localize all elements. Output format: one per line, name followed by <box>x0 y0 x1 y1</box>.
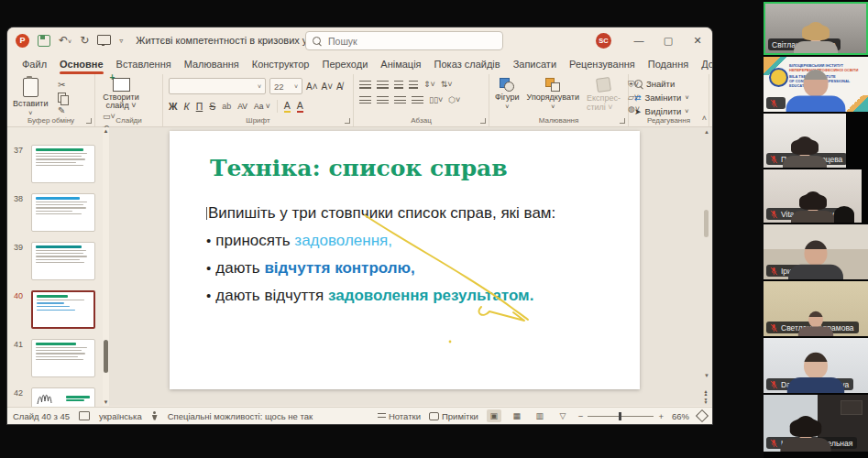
align-center-button[interactable] <box>377 96 389 104</box>
tab-home[interactable]: Основне <box>53 56 110 72</box>
slide-scrollbar[interactable]: ▲ ▼ ▲▲ ▼▼ <box>703 127 710 406</box>
dialog-launcher-icon[interactable] <box>345 118 350 124</box>
shapes-button[interactable]: Фігури˅ <box>495 78 520 110</box>
participant-video-7[interactable]: Daria Parshyntseva <box>764 338 868 393</box>
quick-styles-button[interactable]: Експрес- стилі ˅ <box>587 78 621 112</box>
strikethrough-button[interactable]: S <box>209 101 215 112</box>
text-direction-icon[interactable]: ⇅˅ <box>441 80 453 89</box>
paste-button[interactable]: Вставити˅ <box>13 78 49 116</box>
scroll-down-icon[interactable]: ▼ <box>103 399 109 405</box>
cut-icon[interactable]: ✂ <box>58 80 66 90</box>
line-spacing-icon[interactable]: ⇕˅ <box>423 80 435 89</box>
tab-design[interactable]: Конструктор <box>246 56 316 72</box>
columns-icon[interactable]: ▯▯˅ <box>429 95 443 104</box>
scroll-down-icon[interactable]: ▼ <box>703 373 710 378</box>
tab-record[interactable]: Записати <box>507 56 563 72</box>
font-name-combo[interactable]: ˅ <box>169 78 266 94</box>
select-button[interactable]: ➤Виділити˅ <box>634 106 703 116</box>
normal-view-button[interactable]: ▣ <box>487 409 501 422</box>
slide-canvas[interactable]: Техніка: список справ Випишіть у три сто… <box>170 131 640 389</box>
slide-thumbnail-39[interactable] <box>31 242 95 280</box>
notes-button[interactable]: Нотатки <box>378 411 421 421</box>
tab-view[interactable]: Подання <box>642 56 695 72</box>
zoom-level[interactable]: 66% <box>672 411 689 421</box>
dialog-launcher-icon[interactable] <box>620 118 625 124</box>
shrink-font-icon[interactable]: A˅ <box>322 82 334 92</box>
change-case-icon[interactable]: Aa ˅ <box>254 102 270 111</box>
numbering-button[interactable] <box>377 81 389 89</box>
tab-slideshow[interactable]: Показ слайдів <box>428 56 507 72</box>
italic-button[interactable]: К <box>184 101 190 112</box>
tab-review[interactable]: Рецензування <box>563 56 642 72</box>
slide-bullet-2[interactable]: •дають відчуття контролю, <box>206 259 415 278</box>
participant-video-1[interactable]: Світлана Чуніхіна <box>764 2 868 55</box>
next-slide-button[interactable]: ▼▼ <box>704 398 709 404</box>
tab-help[interactable]: Довідка <box>695 56 712 72</box>
align-right-button[interactable] <box>394 96 406 104</box>
slide-title[interactable]: Техніка: список справ <box>210 155 508 181</box>
previous-slide-button[interactable]: ▲▲ <box>704 390 709 396</box>
participant-video-5[interactable]: Ірина Асєєва <box>764 224 868 279</box>
underline-button[interactable]: П <box>196 101 203 112</box>
text-shadow-icon[interactable]: ab <box>222 102 231 111</box>
zoom-slider[interactable] <box>588 416 654 417</box>
account-avatar[interactable]: SC <box>596 33 611 49</box>
qat-overflow-icon[interactable]: ▿ <box>119 37 123 45</box>
search-box[interactable] <box>305 31 503 50</box>
fit-slide-icon[interactable] <box>696 409 709 422</box>
tab-insert[interactable]: Вставлення <box>110 56 178 72</box>
participant-video-6[interactable]: Светлана Аврамова <box>764 281 868 336</box>
powerpoint-logo-icon[interactable]: P <box>16 34 29 48</box>
dialog-launcher-icon[interactable] <box>86 118 92 124</box>
maximize-button[interactable]: ▢ <box>654 27 683 53</box>
indent-decrease-icon[interactable] <box>394 81 403 89</box>
search-input[interactable] <box>326 35 467 48</box>
dialog-launcher-icon[interactable] <box>480 118 486 124</box>
tab-transitions[interactable]: Переходи <box>315 56 374 72</box>
font-color-button[interactable]: A <box>297 100 303 113</box>
tab-file[interactable]: Файл <box>16 56 53 72</box>
slide-sorter-view-button[interactable]: ▦ <box>510 409 524 422</box>
undo-icon[interactable]: ↶˅ <box>59 34 71 47</box>
scroll-up-icon[interactable]: ▲ <box>703 129 710 135</box>
tab-draw[interactable]: Малювання <box>178 56 246 72</box>
slide-intro-text[interactable]: Випишіть у три стовпчики список справ, я… <box>206 204 555 223</box>
slide-bullet-3[interactable]: •дають відчуття задоволення результатом. <box>206 287 533 305</box>
participant-video-3[interactable]: Поліна Старцева <box>764 114 846 168</box>
zoom-out-icon[interactable]: − <box>578 411 584 421</box>
scroll-up-icon[interactable]: ▲ <box>103 128 109 134</box>
participant-video-2[interactable]: БІЛОЦЕРКІВСЬКИЙ ІНСТИТУТ НЕПЕРЕРВНОЇ ПРО… <box>764 57 868 112</box>
align-left-button[interactable] <box>359 96 371 104</box>
slide-thumbnail-37[interactable] <box>31 145 95 183</box>
arrange-button[interactable]: Упорядкувати˅ <box>527 78 579 110</box>
language-indicator[interactable]: українська <box>99 411 142 421</box>
new-slide-button[interactable]: Створити слайд ˅ <box>101 78 141 110</box>
zoom-in-icon[interactable]: + <box>658 411 664 421</box>
find-button[interactable]: Знайти <box>634 79 703 89</box>
redo-icon[interactable]: ↻ <box>80 34 89 47</box>
indent-increase-icon[interactable] <box>409 81 418 89</box>
display-settings-icon[interactable] <box>79 411 90 420</box>
scrollbar-thumb[interactable] <box>704 210 709 237</box>
slide-thumbnail-38[interactable] <box>31 193 95 232</box>
tab-animations[interactable]: Анімація <box>374 56 427 72</box>
slide-bullet-1[interactable]: •приносять задоволення, <box>206 232 392 250</box>
participant-video-4[interactable]: Vita Kolesnikova <box>764 169 862 223</box>
bullets-button[interactable] <box>359 81 371 89</box>
accessibility-status[interactable]: Спеціальні можливості: щось не так <box>168 411 313 421</box>
clear-format-icon[interactable]: A̸ <box>336 82 343 92</box>
close-button[interactable]: ✕ <box>683 27 712 53</box>
slideshow-view-button[interactable]: ▽ <box>555 409 570 422</box>
copy-icon[interactable] <box>58 93 66 103</box>
highlight-color-button[interactable]: A <box>284 100 291 113</box>
grow-font-icon[interactable]: A˄ <box>306 82 318 92</box>
start-slideshow-icon[interactable] <box>97 35 111 45</box>
replace-button[interactable]: ⇄Замінити˅ <box>634 93 703 103</box>
participant-video-8[interactable]: Наталья Кужельная <box>764 395 868 452</box>
zoom-slider-thumb[interactable] <box>619 412 621 420</box>
zoom-control[interactable]: − + <box>578 411 664 421</box>
bold-button[interactable]: Ж <box>169 101 178 112</box>
char-spacing-icon[interactable]: AV <box>237 102 247 111</box>
reading-view-button[interactable]: ▥ <box>533 409 547 422</box>
scrollbar-thumb[interactable] <box>104 340 108 373</box>
